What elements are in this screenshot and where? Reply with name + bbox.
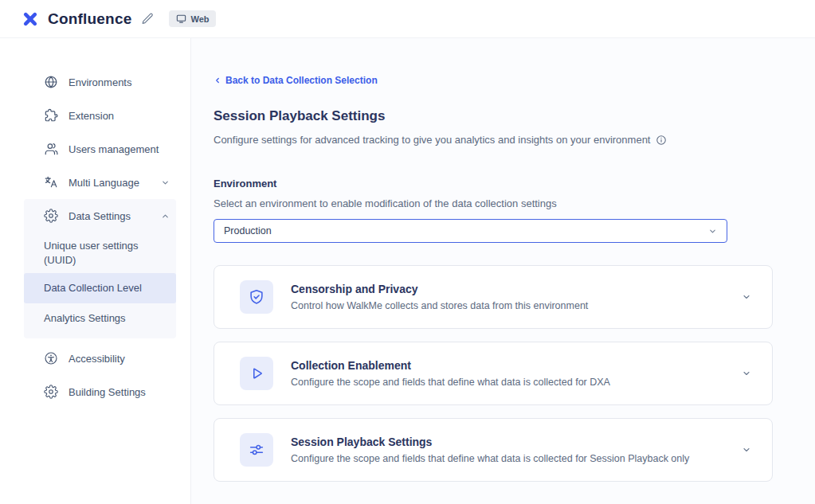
monitor-icon [176,14,186,24]
sidebar-item-accessibility[interactable]: Accessibility [24,342,176,375]
card-collection-enablement[interactable]: Collection Enablement Configure the scop… [214,342,773,405]
sidebar-item-label: Accessibility [69,353,125,365]
page-subtitle: Configure settings for advanced tracking… [214,134,815,146]
gear-icon [44,209,58,223]
sidebar-subitem-label: Analytics Settings [44,311,126,326]
card-title: Session Playback Settings [291,436,689,448]
walkme-logo-icon [21,10,40,29]
chevron-down-icon[interactable] [742,292,751,302]
sidebar: Environments Extension Users management [0,38,191,504]
chevron-down-icon[interactable] [742,369,751,378]
sliders-icon [240,433,273,467]
chevron-left-icon [214,76,221,84]
page-subtitle-text: Configure settings for advanced tracking… [214,134,650,146]
play-icon [240,357,273,390]
app-title: Confluence [48,10,131,28]
environment-label: Environment [214,178,815,189]
sidebar-item-label: Multi Language [69,177,139,189]
back-link[interactable]: Back to Data Collection Selection [214,75,378,86]
sidebar-item-users-management[interactable]: Users management [24,132,176,166]
puzzle-icon [44,108,58,123]
card-texts: Session Playback Settings Configure the … [291,436,689,464]
card-title: Censorship and Privacy [291,283,588,295]
sidebar-item-label: Data Settings [69,210,131,222]
platform-badge: Web [169,10,216,27]
sidebar-item-building-settings[interactable]: Building Settings [24,375,176,408]
chevron-down-icon [708,227,717,236]
pencil-icon [141,12,155,25]
card-description: Configure the scope and fields that defi… [291,377,610,388]
sidebar-item-label: Environments [69,76,131,88]
users-icon [44,142,58,156]
sidebar-item-analytics-settings[interactable]: Analytics Settings [24,303,176,334]
card-description: Control how WalkMe collects and stores d… [291,300,588,311]
translate-icon [44,175,58,189]
card-description: Configure the scope and fields that defi… [291,453,689,464]
sidebar-item-extension[interactable]: Extension [24,99,176,132]
globe-icon [44,75,58,89]
settings-cards: Censorship and Privacy Control how WalkM… [214,265,815,482]
sidebar-item-data-collection-level[interactable]: Data Collection Level [24,273,176,303]
card-title: Collection Enablement [291,359,610,372]
environment-select[interactable]: Production [214,219,727,243]
environment-description: Select an environment to enable modifica… [214,197,815,209]
sidebar-item-unique-user-settings[interactable]: Unique user settings (UUID) [24,232,176,273]
edit-title-button[interactable] [139,10,156,27]
card-texts: Collection Enablement Configure the scop… [291,359,610,388]
chevron-down-icon[interactable] [742,445,751,455]
card-texts: Censorship and Privacy Control how WalkM… [291,283,588,311]
sidebar-item-data-settings[interactable]: Data Settings [24,199,176,232]
accessibility-icon [44,351,58,365]
sidebar-group-data-settings: Data Settings Unique user settings (UUID… [24,199,176,338]
sidebar-item-environments[interactable]: Environments [24,65,176,99]
sidebar-item-label: Building Settings [69,386,146,398]
info-icon[interactable] [656,135,667,146]
platform-badge-label: Web [190,14,209,24]
sidebar-item-multi-language[interactable]: Multi Language [24,166,176,199]
environment-select-value: Production [224,225,272,236]
gear-icon [44,385,58,399]
app-header: Confluence Web [0,0,815,38]
chevron-down-icon [161,178,170,187]
card-censorship-and-privacy[interactable]: Censorship and Privacy Control how WalkM… [214,265,773,329]
shield-check-icon [240,280,273,314]
card-session-playback-settings[interactable]: Session Playback Settings Configure the … [214,418,773,482]
back-link-label: Back to Data Collection Selection [225,75,378,86]
sidebar-item-label: Users management [69,143,159,155]
main-content: Back to Data Collection Selection Sessio… [191,38,815,504]
page-title: Session Playback Settings [214,108,815,124]
sidebar-item-label: Extension [69,110,114,122]
sidebar-subitem-label: Data Collection Level [44,281,142,295]
chevron-up-icon [161,212,170,221]
sidebar-subitem-label: Unique user settings (UUID) [44,239,168,267]
